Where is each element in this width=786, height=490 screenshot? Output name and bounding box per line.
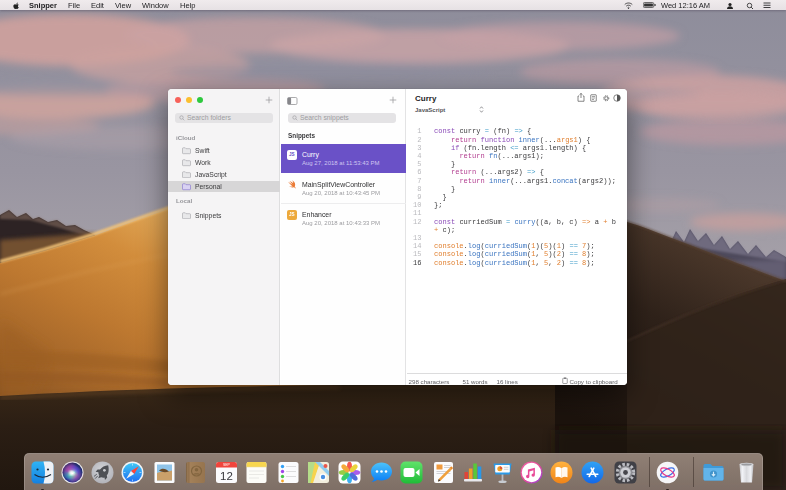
svg-text:12: 12 [220, 469, 233, 481]
svg-text:SEP: SEP [223, 463, 231, 467]
